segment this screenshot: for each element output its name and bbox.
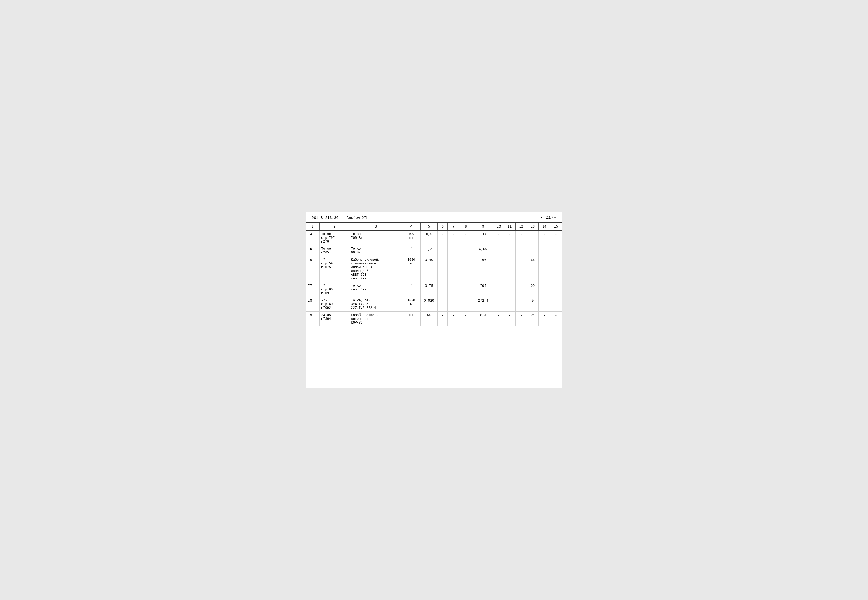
table-row: I5То же п265То же 60 Вт"I,2---0,99---I-- (306, 245, 562, 256)
table-cell: 66 (527, 256, 538, 282)
table-cell: - (516, 282, 527, 297)
table-cell: - (448, 230, 459, 245)
table-cell: - (438, 245, 448, 256)
table-cell-unit: I000 м (402, 256, 420, 282)
table-cell: I9 (306, 312, 320, 326)
header-left: 901-3-213.86 Альбом УП (312, 216, 367, 220)
table-cell: I8 (306, 297, 320, 312)
table-cell: -"- стр.60 пI09I (320, 282, 349, 297)
table-cell: Кабель силовой, с алюминиевой жилой с ПВ… (349, 256, 402, 282)
table-row: I6-"- стр.59 пI075Кабель силовой, с алюм… (306, 256, 562, 282)
table-cell: I5 (306, 245, 320, 256)
table-cell: - (516, 256, 527, 282)
table-cell: - (504, 230, 515, 245)
table-cell: - (438, 282, 448, 297)
header-page-num: - 117- (540, 215, 556, 220)
table-cell: То же 60 Вт (349, 245, 402, 256)
th-10: IO (494, 223, 504, 231)
table-cell: I7 (306, 282, 320, 297)
table-cell: - (494, 230, 504, 245)
table-cell: I,2 (420, 245, 437, 256)
table-cell: - (459, 282, 472, 297)
table-cell: 0,99 (472, 245, 494, 256)
page-header: 901-3-213.86 Альбом УП - 117- (306, 212, 562, 223)
table-cell: - (550, 256, 562, 282)
th-5: 5 (420, 223, 437, 231)
table-cell: - (538, 282, 550, 297)
th-11: II (504, 223, 515, 231)
table-cell: - (494, 282, 504, 297)
table-cell: - (504, 256, 515, 282)
table-cell: 0,5 (420, 230, 437, 245)
table-cell: - (538, 230, 550, 245)
table-cell: - (504, 245, 515, 256)
table-row: I4То же стр.I9I п276То же I00 ВтI00 шт0,… (306, 230, 562, 245)
th-7: 7 (448, 223, 459, 231)
table-cell: - (494, 297, 504, 312)
table-row: I8-"- стр.60 пI092То же, сеч. 3х4+Iх2,5 … (306, 297, 562, 312)
table-cell: - (550, 297, 562, 312)
table-cell: Коробка ответ- вительная КОР-73 (349, 312, 402, 326)
table-cell: - (504, 282, 515, 297)
table-cell: - (494, 312, 504, 326)
table-cell: 0,40 (420, 256, 437, 282)
header-code: 901-3-213.86 (312, 216, 339, 220)
table-cell: То же, сеч. 3х4+Iх2,5 227.I,2=272,4 (349, 297, 402, 312)
table-row: I7-"- стр.60 пI09IТо же сеч. 3х2,5"0,I5-… (306, 282, 562, 297)
table-cell: -"- стр.60 пI092 (320, 297, 349, 312)
table-cell: То же I00 Вт (349, 230, 402, 245)
table-cell: - (459, 230, 472, 245)
table-cell: - (550, 245, 562, 256)
table-cell: I4 (306, 230, 320, 245)
table-cell: - (538, 256, 550, 282)
table-cell: - (459, 312, 472, 326)
th-12: I2 (516, 223, 527, 231)
table-cell: - (459, 256, 472, 282)
table-cell: - (516, 312, 527, 326)
th-2: 2 (320, 223, 349, 231)
table-cell: То же стр.I9I п276 (320, 230, 349, 245)
table-cell: - (504, 312, 515, 326)
table-cell: - (504, 297, 515, 312)
table-cell-unit: " (402, 245, 420, 256)
table-row: I924-05 пI364Коробка ответ- вительная КО… (306, 312, 562, 326)
header-row: I 2 3 4 5 6 7 8 9 IO II I2 I3 I4 I5 (306, 223, 562, 231)
table-cell: I (527, 245, 538, 256)
th-14: I4 (538, 223, 550, 231)
table-cell: 5 (527, 297, 538, 312)
table-cell: I9I (472, 282, 494, 297)
table-cell: - (448, 312, 459, 326)
table-cell: - (538, 312, 550, 326)
table-cell: I,08 (472, 230, 494, 245)
table-cell: - (516, 297, 527, 312)
table-cell: - (494, 245, 504, 256)
table-cell-unit: I00 шт (402, 230, 420, 245)
table-cell: 0,I5 (420, 282, 437, 297)
table-cell: 24-05 пI364 (320, 312, 349, 326)
th-3: 3 (349, 223, 402, 231)
th-13: I3 (527, 223, 538, 231)
table-cell: - (516, 245, 527, 256)
table-cell: - (448, 297, 459, 312)
table-cell: - (459, 245, 472, 256)
table-cell: То же п265 (320, 245, 349, 256)
table-cell: - (550, 230, 562, 245)
table-cell: - (438, 230, 448, 245)
table-cell: - (494, 256, 504, 282)
table-cell: 24 (527, 312, 538, 326)
table-cell: 60 (420, 312, 437, 326)
table-cell-unit: " (402, 282, 420, 297)
page: 901-3-213.86 Альбом УП - 117- I 2 3 4 5 … (306, 212, 562, 388)
table-cell: - (538, 245, 550, 256)
th-9: 9 (472, 223, 494, 231)
table-cell: 0,4 (472, 312, 494, 326)
table-cell: I66 (472, 256, 494, 282)
table-cell: - (448, 256, 459, 282)
header-album: Альбом УП (346, 216, 367, 220)
table-cell: - (448, 245, 459, 256)
main-table: I 2 3 4 5 6 7 8 9 IO II I2 I3 I4 I5 (306, 223, 562, 326)
table-cell-unit: шт (402, 312, 420, 326)
table-cell: - (438, 256, 448, 282)
table-cell: - (459, 297, 472, 312)
th-1: I (306, 223, 320, 231)
